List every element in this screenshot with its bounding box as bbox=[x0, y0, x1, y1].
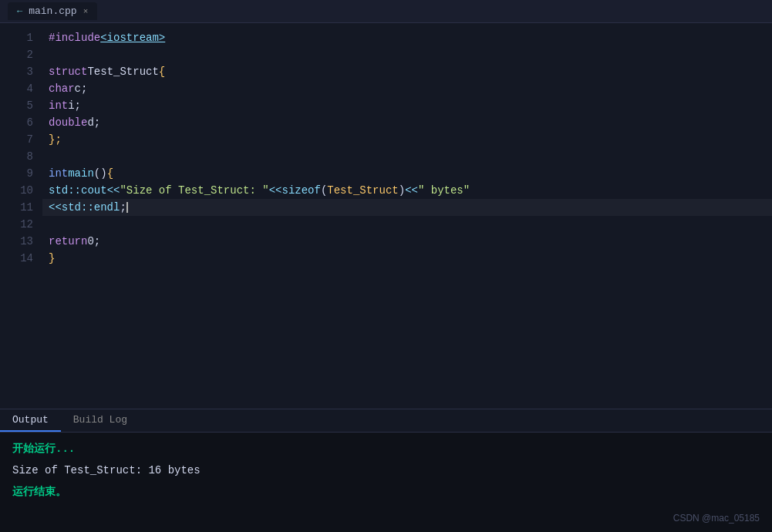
code-token: ; bbox=[120, 199, 126, 216]
code-token: std::endl bbox=[62, 199, 120, 216]
code-token: { bbox=[159, 63, 165, 80]
code-line: } bbox=[42, 250, 772, 267]
code-token: char bbox=[49, 80, 75, 97]
code-token: << bbox=[107, 182, 120, 199]
code-token: }; bbox=[49, 131, 62, 148]
title-bar: ← main.cpp × bbox=[0, 0, 772, 23]
panel-tabs: OutputBuild Log bbox=[0, 409, 772, 433]
code-token: sizeof bbox=[281, 182, 320, 199]
code-line bbox=[42, 46, 772, 63]
panel-content: 开始运行... Size of Test_Struct: 16 bytes 运行… bbox=[0, 433, 772, 532]
line-number: 4 bbox=[0, 80, 33, 97]
code-line: }; bbox=[42, 131, 772, 148]
code-line bbox=[42, 216, 772, 233]
code-token: " bytes" bbox=[418, 182, 470, 199]
code-token: ) bbox=[399, 182, 405, 199]
code-line: return 0; bbox=[42, 233, 772, 250]
code-token: double bbox=[49, 114, 87, 131]
line-number: 9 bbox=[0, 165, 33, 182]
line-number: 11 bbox=[0, 199, 33, 216]
output-result-text: Size of Test_Struct: 16 bytes bbox=[12, 462, 760, 479]
code-token: main bbox=[68, 165, 94, 182]
code-token: << bbox=[405, 182, 418, 199]
code-token: << bbox=[49, 199, 62, 216]
code-token: } bbox=[49, 250, 55, 267]
code-line: struct Test_Struct { bbox=[42, 63, 772, 80]
line-number: 1 bbox=[0, 29, 33, 46]
code-token: struct bbox=[49, 63, 87, 80]
line-number: 13 bbox=[0, 233, 33, 250]
line-number: 5 bbox=[0, 97, 33, 114]
line-number: 3 bbox=[0, 63, 33, 80]
line-number: 8 bbox=[0, 148, 33, 165]
bottom-panel: OutputBuild Log 开始运行... Size of Test_Str… bbox=[0, 409, 772, 532]
code-editor[interactable]: 1234567891011121314 #include <iostream>s… bbox=[0, 23, 772, 409]
tab-filename: main.cpp bbox=[29, 5, 76, 17]
line-number: 12 bbox=[0, 216, 33, 233]
code-token: ( bbox=[321, 182, 327, 199]
code-line: #include <iostream> bbox=[42, 29, 772, 46]
code-line: << std::endl; bbox=[42, 199, 772, 216]
code-line bbox=[42, 148, 772, 165]
code-token: << bbox=[269, 182, 282, 199]
editor-tab[interactable]: ← main.cpp × bbox=[8, 2, 97, 20]
line-number: 6 bbox=[0, 114, 33, 131]
code-token: 0; bbox=[87, 233, 100, 250]
code-token: { bbox=[107, 165, 113, 182]
line-numbers: 1234567891011121314 bbox=[0, 23, 42, 409]
watermark: CSDN @mac_05185 bbox=[673, 510, 760, 527]
code-token: () bbox=[94, 165, 107, 182]
code-token: #include bbox=[49, 29, 100, 46]
code-line: std::cout << "Size of Test_Struct: " << … bbox=[42, 182, 772, 199]
code-token: std::cout bbox=[49, 182, 107, 199]
code-token: Test_Struct bbox=[87, 63, 158, 80]
code-token: "Size of Test_Struct: " bbox=[120, 182, 268, 199]
code-token: c; bbox=[75, 80, 88, 97]
code-token: return bbox=[49, 233, 87, 250]
panel-tab-build-log[interactable]: Build Log bbox=[61, 409, 140, 432]
code-line: char c; bbox=[42, 80, 772, 97]
code-token: <iostream> bbox=[100, 29, 165, 46]
code-token: int bbox=[49, 97, 68, 114]
line-number: 2 bbox=[0, 46, 33, 63]
code-token: int bbox=[49, 165, 68, 182]
file-icon: ← bbox=[17, 6, 22, 17]
tab-close-button[interactable]: × bbox=[83, 7, 89, 16]
text-cursor bbox=[126, 202, 128, 213]
code-area[interactable]: #include <iostream>struct Test_Struct { … bbox=[42, 23, 772, 409]
line-number: 10 bbox=[0, 182, 33, 199]
output-end-text: 运行结束。 bbox=[12, 483, 760, 500]
code-line: double d; bbox=[42, 114, 772, 131]
code-token: Test_Struct bbox=[327, 182, 398, 199]
code-line: int main() { bbox=[42, 165, 772, 182]
code-line: int i; bbox=[42, 97, 772, 114]
code-token: i; bbox=[68, 97, 81, 114]
line-number: 14 bbox=[0, 250, 33, 267]
panel-tab-output[interactable]: Output bbox=[0, 409, 61, 432]
code-token: d; bbox=[87, 114, 100, 131]
output-start-text: 开始运行... bbox=[12, 440, 760, 457]
line-number: 7 bbox=[0, 131, 33, 148]
